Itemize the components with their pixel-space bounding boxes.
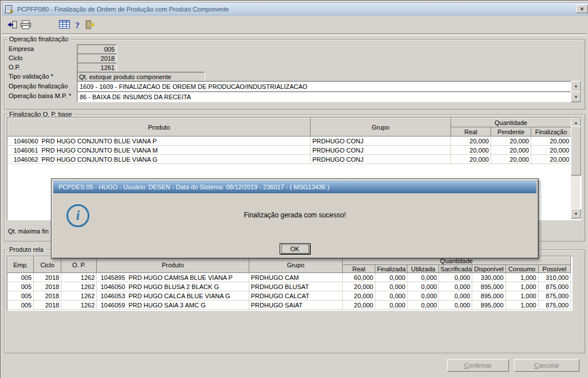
table-row[interactable]: 005 2018 1262 1046050PRD HUGO BLUSA 2 BL…	[8, 282, 571, 291]
table-row[interactable]: 005 2018 1262 1045895PRD HUGO CAMISA BLU…	[8, 273, 571, 282]
dropdown-arrow-icon[interactable]: ▼	[571, 81, 581, 92]
column-header-grupo: Grupo	[249, 257, 342, 273]
table-row[interactable]: 1046060PRD HUGO CONJUNTO BLUE VIANA P PR…	[8, 137, 571, 146]
column-header-ciclo: Ciclo	[34, 257, 61, 273]
column-header-pendente: Pendente	[491, 127, 531, 137]
operacao-finalizacao-value: 1609 - 1609 - FINALIZACAO DE ORDEM DE PR…	[77, 83, 571, 90]
column-header-produto: Produto	[8, 118, 311, 137]
column-header-quantidade: Quantidade	[451, 118, 571, 127]
produto-relacionado-table: Emp. Ciclo O. P. Produto Grupo Quantidad…	[7, 256, 571, 310]
exit-button[interactable]	[84, 19, 97, 32]
column-header-finalizacao: Finalização	[531, 127, 571, 137]
vertical-scrollbar[interactable]: ▲ ▼	[571, 118, 580, 219]
table-row[interactable]: 1046062PRD HUGO CONJUNTO BLUE VIANA G PR…	[8, 155, 571, 164]
window-title: PCPFP080 - Finalização de Ordem de Produ…	[17, 6, 576, 13]
scroll-thumb[interactable]	[571, 126, 581, 176]
help-icon: ?	[75, 21, 80, 30]
qt-maxima-label: Qt. máxima fin	[8, 228, 49, 235]
column-header-utilizada: Utilizada	[407, 265, 439, 273]
close-button[interactable]: ✕	[576, 5, 588, 13]
transfer-button[interactable]	[5, 19, 19, 32]
tipo-validacao-field: Qt. estoque produto componente	[77, 72, 205, 81]
window-titlebar[interactable]: PCPFP080 - Finalização de Ordem de Produ…	[2, 2, 588, 15]
column-header-op: O. P.	[61, 257, 97, 273]
operacao-baixa-combo[interactable]: 86 - BAIXA DE INSUMOS DA RECEITA ▼	[77, 91, 582, 102]
confirmar-button[interactable]: Confirmar	[447, 359, 509, 372]
table-row[interactable]: 005 2018 1262 1046059PRD HUGO SAIA 3 AMC…	[8, 301, 571, 310]
ok-button[interactable]: OK	[280, 243, 311, 255]
table-row[interactable]: 1046061PRD HUGO CONJUNTO BLUE VIANA M PR…	[8, 146, 571, 155]
column-header-possivel: Possível	[538, 265, 570, 273]
finalizacao-base-table: Produto Grupo Quantidade Real Pendente F…	[7, 118, 571, 164]
scroll-down-button[interactable]: ▼	[571, 209, 581, 219]
transfer-icon	[7, 20, 17, 31]
op-label: O.P.	[9, 64, 21, 71]
tipo-validacao-label: Tipo validação *	[9, 73, 53, 80]
dialog-message: Finalização gerada com sucesso!	[52, 211, 538, 219]
scroll-up-icon: ▲	[574, 121, 578, 124]
column-header-real: Real	[451, 127, 491, 137]
column-header-disponivel: Disponível	[472, 265, 505, 273]
app-window: PCPFP080 - Finalização de Ordem de Produ…	[0, 0, 588, 378]
empresa-label: Empresa	[9, 45, 34, 52]
table-row[interactable]: 005 2018 1262 1046053PRD HUGO CALCA BLUE…	[8, 291, 571, 301]
cancelar-button[interactable]: Cancelar	[514, 359, 579, 372]
column-header-produto: Produto	[97, 257, 249, 273]
group-produto-relacionado-legend: Produto rela	[7, 246, 45, 253]
exit-door-icon	[85, 20, 96, 31]
op-field: 1261	[77, 63, 117, 72]
close-icon: ✕	[580, 6, 585, 12]
message-dialog: PCPDES 05 - HUGO - Usuário: DESEN - Data…	[51, 178, 539, 259]
operacao-finalizacao-combo[interactable]: 1609 - 1609 - FINALIZACAO DE ORDEM DE PR…	[77, 81, 582, 92]
print-button[interactable]	[19, 19, 33, 32]
grid-icon	[59, 20, 70, 30]
printer-icon	[20, 20, 32, 31]
operacao-baixa-value: 86 - BAIXA DE INSUMOS DA RECEITA	[77, 93, 571, 100]
group-operacao-legend: Operação finalização	[7, 36, 70, 42]
ciclo-label: Ciclo	[9, 54, 22, 61]
window-icon	[5, 5, 14, 13]
ciclo-field: 2018	[77, 53, 117, 63]
operacao-baixa-label: Operação baixa M.P. *	[9, 92, 71, 99]
produto-relacionado-grid: Emp. Ciclo O. P. Produto Grupo Quantidad…	[7, 256, 573, 311]
dialog-titlebar[interactable]: PCPDES 05 - HUGO - Usuário: DESEN - Data…	[53, 181, 536, 193]
column-header-finalizada: Finalizada	[375, 265, 407, 273]
column-header-sacrificada: Sacrificada	[439, 265, 472, 273]
column-header-grupo: Grupo	[311, 118, 451, 137]
empresa-field: 005	[77, 44, 117, 54]
column-header-emp: Emp.	[8, 257, 34, 273]
help-button[interactable]: ?	[72, 19, 83, 32]
column-header-real: Real	[343, 265, 375, 273]
dialog-title-text: PCPDES 05 - HUGO - Usuário: DESEN - Data…	[58, 184, 330, 190]
grid-button[interactable]	[57, 19, 71, 32]
dropdown-arrow-icon[interactable]: ▼	[571, 91, 581, 102]
operacao-finalizacao-label: Operação finalização	[9, 83, 68, 89]
column-header-consumo: Consumo	[505, 265, 538, 273]
scroll-down-icon: ▼	[574, 212, 578, 216]
